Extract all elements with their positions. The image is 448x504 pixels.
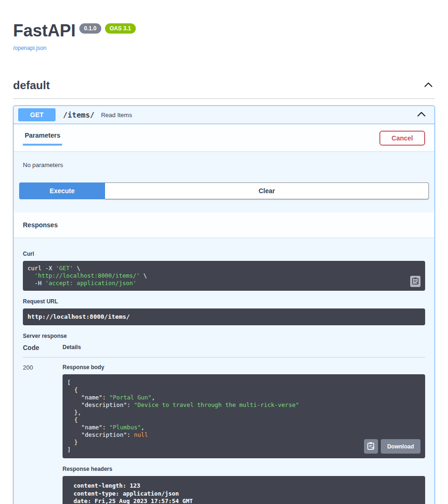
- api-title: FastAPI: [13, 22, 76, 39]
- tag-collapse-button[interactable]: [422, 80, 435, 91]
- responses-title: Responses: [23, 221, 58, 229]
- download-button[interactable]: Download: [381, 439, 420, 454]
- version-badge: 0.1.0: [79, 23, 101, 34]
- oas-badge: OAS 3.1: [105, 23, 136, 34]
- opblock-collapse-button[interactable]: [415, 109, 428, 121]
- clipboard-icon: [367, 442, 374, 451]
- execute-wrapper: Execute Clear: [19, 182, 429, 212]
- curl-label: Curl: [23, 251, 425, 257]
- curl-block: curl -X 'GET' \ 'http://localhost:8000/i…: [23, 261, 425, 291]
- tag-title: default: [13, 79, 50, 92]
- response-body-block: [ { "name": "Portal Gun", "description":…: [63, 374, 425, 458]
- operation-path: /items/: [63, 111, 94, 119]
- tag-section-header[interactable]: default: [13, 79, 435, 99]
- opblock-summary[interactable]: GET /items/ Read Items: [14, 106, 434, 124]
- response-headers-block: content-length: 123 content-type: applic…: [63, 476, 425, 504]
- opblock-get-items: GET /items/ Read Items Parameters Cancel…: [13, 105, 435, 504]
- response-body-label: Response body: [63, 364, 425, 371]
- chevron-up-icon: [424, 82, 433, 90]
- openapi-spec-link[interactable]: /openapi.json: [13, 45, 46, 51]
- server-response-table: Code Details 200 Response body [ { "name…: [23, 344, 425, 504]
- clipboard-icon: [412, 277, 419, 286]
- copy-curl-button[interactable]: [410, 276, 420, 287]
- responses-body: Curl curl -X 'GET' \ 'http://localhost:8…: [14, 238, 434, 504]
- cancel-button[interactable]: Cancel: [379, 131, 425, 146]
- execute-button[interactable]: Execute: [19, 182, 105, 199]
- clear-button[interactable]: Clear: [105, 182, 429, 199]
- no-parameters-message: No parameters: [23, 161, 425, 168]
- tab-parameters[interactable]: Parameters: [23, 131, 62, 146]
- code-column-header: Code: [23, 344, 63, 351]
- response-headers-label: Response headers: [63, 466, 425, 472]
- responses-header: Responses: [14, 212, 434, 238]
- copy-response-button[interactable]: [364, 439, 378, 454]
- server-response-label: Server response: [23, 333, 425, 339]
- method-badge: GET: [18, 108, 56, 121]
- parameters-header: Parameters Cancel: [14, 124, 434, 151]
- table-row: 200 Response body [ { "name": "Portal Gu…: [23, 357, 425, 504]
- page: FastAPI 0.1.0 OAS 3.1 /openapi.json defa…: [0, 0, 448, 504]
- parameters-body: No parameters: [14, 151, 434, 182]
- request-url-value: http://localhost:8000/items/: [28, 313, 130, 320]
- table-header-row: Code Details: [23, 344, 425, 357]
- chevron-up-icon: [417, 111, 426, 119]
- curl-code: curl -X 'GET' \ 'http://localhost:8000/i…: [28, 265, 420, 287]
- api-info: FastAPI 0.1.0 OAS 3.1 /openapi.json: [13, 0, 435, 52]
- request-url-block: http://localhost:8000/items/: [23, 308, 425, 325]
- operation-summary: Read Items: [101, 112, 132, 119]
- status-code: 200: [23, 364, 63, 504]
- details-column-header: Details: [63, 344, 81, 351]
- request-url-label: Request URL: [23, 298, 425, 305]
